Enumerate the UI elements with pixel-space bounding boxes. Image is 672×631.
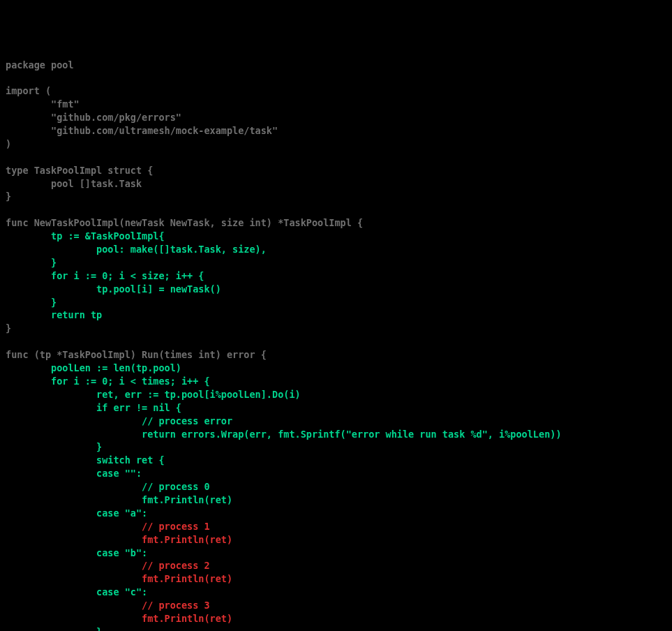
code-segment: "fmt" (6, 98, 80, 110)
code-segment: package pool (6, 59, 74, 70)
code-line: // process error (6, 415, 666, 428)
code-line: // process 1 (6, 520, 666, 533)
code-segment: fmt.Println(ret) (6, 613, 232, 624)
code-segment: func (tp *TaskPoolImpl) Run(times int) e… (6, 349, 267, 360)
code-segment: case "a": (6, 507, 147, 519)
code-line: if err != nil { (6, 401, 666, 415)
code-segment: if err != nil { (6, 402, 181, 413)
code-segment: fmt.Println(ret) (6, 534, 232, 545)
code-segment: type TaskPoolImpl struct { (6, 165, 153, 176)
code-segment: // process error (6, 415, 232, 426)
code-line: } (6, 625, 666, 631)
code-segment: fmt.Println(ret) (6, 494, 232, 505)
code-line: fmt.Println(ret) (6, 493, 666, 507)
code-segment: case "c": (6, 586, 147, 597)
code-segment: case "": (6, 468, 142, 479)
code-segment: import ( (6, 85, 51, 96)
code-segment: tp := &TaskPoolImpl{ (6, 230, 165, 242)
code-segment: ) (6, 138, 11, 149)
code-line: } (6, 256, 666, 269)
code-line: case "a": (6, 507, 666, 520)
code-segment: // process 1 (6, 521, 210, 532)
code-line: pool []task.Task (6, 177, 666, 191)
code-line (6, 203, 666, 216)
code-line: // process 0 (6, 480, 666, 493)
code-segment: return tp (6, 309, 102, 320)
code-line (6, 71, 666, 84)
code-line: package pool (6, 59, 666, 72)
code-line: "github.com/pkg/errors" (6, 111, 666, 124)
code-line: poolLen := len(tp.pool) (6, 362, 666, 375)
code-segment: return errors.Wrap(err, fmt.Sprintf("err… (6, 429, 562, 440)
code-segment: // process 3 (6, 600, 210, 611)
code-line: ret, err := tp.pool[i%poolLen].Do(i) (6, 388, 666, 401)
code-line: fmt.Println(ret) (6, 612, 666, 625)
code-segment: } (6, 257, 57, 268)
code-segment: } (6, 626, 102, 631)
code-line (6, 335, 666, 348)
code-line: type TaskPoolImpl struct { (6, 164, 666, 177)
code-line: tp := &TaskPoolImpl{ (6, 230, 666, 243)
code-line: for i := 0; i < times; i++ { (6, 375, 666, 388)
code-segment: switch ret { (6, 454, 165, 466)
code-segment: // process 2 (6, 560, 210, 571)
code-line: // process 2 (6, 559, 666, 572)
code-line: fmt.Println(ret) (6, 533, 666, 547)
code-segment: tp.pool[i] = newTask() (6, 283, 221, 295)
code-line: return errors.Wrap(err, fmt.Sprintf("err… (6, 428, 666, 441)
code-line: } (6, 190, 666, 203)
code-line: ) (6, 138, 666, 151)
code-line: case "": (6, 467, 666, 480)
code-line: func NewTaskPoolImpl(newTask NewTask, si… (6, 216, 666, 230)
code-line: func (tp *TaskPoolImpl) Run(times int) e… (6, 348, 666, 362)
code-line: // process 3 (6, 599, 666, 612)
code-line: tp.pool[i] = newTask() (6, 283, 666, 296)
code-block: package pool import ( "fmt" "github.com/… (6, 59, 666, 631)
code-line: fmt.Println(ret) (6, 572, 666, 586)
code-segment: pool []task.Task (6, 178, 142, 189)
code-segment: poolLen := len(tp.pool) (6, 362, 181, 373)
code-line (6, 151, 666, 164)
code-segment: "github.com/pkg/errors" (6, 112, 181, 123)
code-segment: } (6, 191, 11, 202)
code-line: "fmt" (6, 98, 666, 111)
code-line: } (6, 322, 666, 335)
code-segment: } (6, 441, 102, 452)
code-line: switch ret { (6, 454, 666, 467)
code-line: for i := 0; i < size; i++ { (6, 269, 666, 283)
code-segment: ret, err := tp.pool[i%poolLen].Do(i) (6, 389, 301, 400)
code-segment: case "b": (6, 547, 147, 558)
code-segment: for i := 0; i < times; i++ { (6, 376, 210, 387)
code-segment: for i := 0; i < size; i++ { (6, 270, 204, 281)
code-line: } (6, 440, 666, 454)
code-line: case "b": (6, 547, 666, 560)
code-line: } (6, 296, 666, 309)
code-line: "github.com/ultramesh/mock-example/task" (6, 124, 666, 138)
code-line: import ( (6, 84, 666, 98)
code-segment: } (6, 322, 11, 334)
code-segment: fmt.Println(ret) (6, 573, 232, 584)
code-line: case "c": (6, 586, 666, 599)
code-segment: func NewTaskPoolImpl(newTask NewTask, si… (6, 217, 363, 228)
code-segment: // process 0 (6, 481, 210, 492)
code-segment: pool: make([]task.Task, size), (6, 244, 267, 255)
code-line: return tp (6, 309, 666, 322)
code-segment: } (6, 297, 57, 308)
code-segment: "github.com/ultramesh/mock-example/task" (6, 125, 278, 136)
code-line: pool: make([]task.Task, size), (6, 243, 666, 256)
